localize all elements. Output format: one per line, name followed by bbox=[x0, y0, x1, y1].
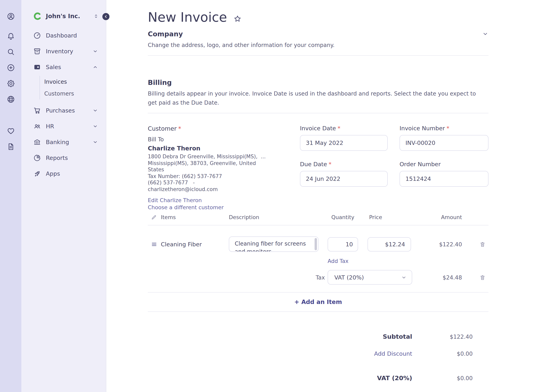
search-icon[interactable] bbox=[4, 45, 17, 58]
textarea-scrollbar[interactable] bbox=[315, 238, 317, 250]
notifications-icon[interactable] bbox=[4, 29, 17, 43]
item-quantity-input[interactable] bbox=[328, 237, 358, 251]
sidebar-item-reports[interactable]: Reports bbox=[21, 150, 106, 166]
delete-tax-icon[interactable] bbox=[479, 274, 486, 281]
choose-customer-link[interactable]: Choose a different customer bbox=[148, 204, 300, 211]
dashboard-icon bbox=[33, 32, 41, 39]
sidebar-item-customers[interactable]: Customers bbox=[44, 88, 106, 99]
chevron-down-icon bbox=[92, 124, 98, 129]
main-content: New Invoice Company Change the address, … bbox=[106, 0, 543, 392]
favorites-heart-icon[interactable] bbox=[4, 124, 17, 137]
sidebar-nav: Dashboard Inventory Sales Invoices Custo… bbox=[21, 28, 106, 182]
customer-label: Customer* bbox=[148, 125, 300, 132]
chevron-down-icon bbox=[92, 108, 98, 113]
tax-select[interactable]: VAT (20%) bbox=[328, 270, 412, 285]
vat-label: VAT (20%) bbox=[377, 375, 412, 382]
header-items: Items bbox=[161, 214, 176, 220]
invoice-date-input[interactable] bbox=[300, 135, 388, 151]
purchases-cart-icon bbox=[33, 107, 41, 115]
add-item-button[interactable]: + Add an Item bbox=[148, 293, 488, 311]
billing-section-subtitle: Billing details appear in your invoice. … bbox=[148, 89, 484, 107]
banking-bank-icon bbox=[33, 138, 41, 146]
item-name: Cleaning Fiber bbox=[161, 241, 202, 247]
sidebar-item-apps[interactable]: Apps bbox=[21, 166, 106, 182]
sidebar-item-inventory[interactable]: Inventory bbox=[21, 44, 106, 59]
divider bbox=[148, 311, 488, 312]
items-table-header: Items Description Quantity Price Amount bbox=[148, 214, 488, 225]
company-section-subtitle: Change the address, logo, and other info… bbox=[148, 41, 488, 50]
billing-section: Billing Billing details appear in your i… bbox=[148, 78, 488, 113]
reports-pie-icon bbox=[33, 154, 41, 162]
invoice-fields: Invoice Date* Invoice Number* Due Date* … bbox=[300, 125, 488, 211]
sidebar-item-banking[interactable]: Banking bbox=[21, 134, 106, 150]
add-tax-link[interactable]: Add Tax bbox=[328, 258, 348, 264]
org-switcher[interactable]: John's Inc. bbox=[21, 10, 106, 23]
sidebar-item-sales[interactable]: Sales bbox=[21, 59, 106, 75]
sales-submenu: Invoices Customers bbox=[40, 76, 106, 99]
company-name: John's Inc. bbox=[46, 13, 80, 20]
customer-name: Charlize Theron bbox=[148, 145, 300, 152]
bill-to-label: Bill To bbox=[148, 136, 300, 143]
items-table: Items Description Quantity Price Amount … bbox=[148, 214, 488, 312]
subtotal-value: $122.40 bbox=[412, 334, 473, 340]
page-title: New Invoice bbox=[148, 10, 227, 25]
vat-value: $0.00 bbox=[412, 375, 473, 381]
profile-icon[interactable] bbox=[4, 10, 17, 23]
hr-people-icon bbox=[33, 122, 41, 130]
customer-block: Customer* Bill To Charlize Theron 1800 D… bbox=[148, 125, 300, 211]
order-number-input[interactable] bbox=[400, 171, 488, 187]
due-date-input[interactable] bbox=[300, 171, 388, 187]
company-logo-icon bbox=[33, 12, 42, 21]
delete-item-icon[interactable] bbox=[479, 241, 486, 247]
documents-icon[interactable] bbox=[4, 140, 17, 153]
customer-tax-number: Tax Number: (662) 537-7677 bbox=[148, 173, 300, 180]
billing-section-title: Billing bbox=[148, 78, 488, 86]
subtotal-label: Subtotal bbox=[383, 333, 412, 340]
sidebar: John's Inc. Dashboard Inventory Sales bbox=[21, 0, 106, 392]
header-description: Description bbox=[229, 214, 318, 220]
invoice-number-input[interactable] bbox=[400, 135, 488, 151]
discount-value: $0.00 bbox=[412, 351, 473, 357]
drag-handle-icon[interactable] bbox=[151, 241, 157, 247]
item-price-input[interactable] bbox=[368, 237, 411, 251]
sidebar-collapse-button[interactable] bbox=[102, 13, 109, 20]
item-row: Cleaning Fiber $122.40 bbox=[148, 237, 488, 252]
edit-customer-link[interactable]: Edit Charlize Theron bbox=[148, 197, 300, 204]
company-section-title: Company bbox=[148, 30, 183, 38]
sidebar-item-purchases[interactable]: Purchases bbox=[21, 103, 106, 118]
app-window: John's Inc. Dashboard Inventory Sales bbox=[0, 0, 543, 392]
sidebar-item-dashboard[interactable]: Dashboard bbox=[21, 28, 106, 44]
pencil-icon bbox=[151, 214, 157, 220]
chevron-down-icon bbox=[92, 49, 98, 54]
add-discount-link[interactable]: Add Discount bbox=[374, 351, 412, 357]
favorite-star-icon[interactable] bbox=[233, 15, 242, 23]
chevron-down-icon[interactable] bbox=[482, 31, 488, 37]
customer-phone: (662) 537-7677 - bbox=[148, 180, 300, 186]
invoice-date-field: Invoice Date* bbox=[300, 125, 388, 151]
header-price: Price bbox=[368, 214, 411, 220]
chevron-down-icon bbox=[92, 139, 98, 145]
invoice-number-field: Invoice Number* bbox=[400, 125, 488, 151]
divider bbox=[148, 113, 488, 113]
org-switch-chevrons-icon bbox=[93, 13, 99, 19]
header-amount: Amount bbox=[411, 214, 477, 220]
tax-row: Tax VAT (20%) $24.48 bbox=[148, 270, 488, 285]
sidebar-item-hr[interactable]: HR bbox=[21, 118, 106, 134]
header-quantity: Quantity bbox=[328, 214, 358, 220]
chevron-down-icon bbox=[401, 275, 407, 280]
item-amount: $122.40 bbox=[411, 241, 477, 247]
order-number-field: Order Number bbox=[400, 161, 488, 187]
tax-label: Tax bbox=[148, 274, 328, 281]
tax-amount: $24.48 bbox=[412, 274, 477, 281]
sidebar-item-invoices[interactable]: Invoices bbox=[44, 76, 106, 88]
item-description-input[interactable] bbox=[229, 237, 318, 252]
add-icon[interactable] bbox=[4, 61, 17, 74]
explore-globe-icon[interactable] bbox=[4, 92, 17, 106]
company-section: Company Change the address, logo, and ot… bbox=[148, 30, 488, 56]
inventory-icon bbox=[33, 47, 41, 55]
settings-gear-icon[interactable] bbox=[4, 77, 17, 90]
customer-address: 1800 Debra Dr Greenville, Mississippi(MS… bbox=[148, 154, 300, 193]
sales-icon bbox=[33, 63, 41, 71]
apps-rocket-icon bbox=[33, 170, 41, 178]
divider bbox=[148, 55, 488, 56]
